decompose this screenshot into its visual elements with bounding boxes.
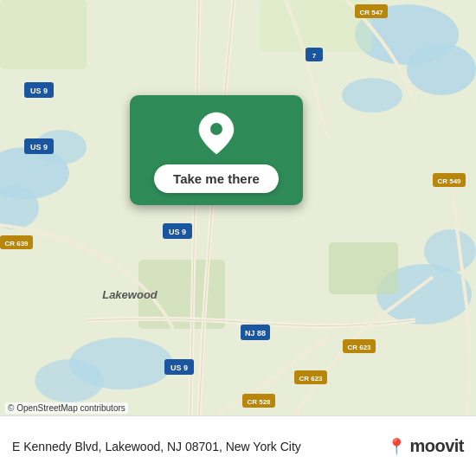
- osm-attribution: © OpenStreetMap contributors: [5, 402, 128, 414]
- svg-text:CR 549: CR 549: [437, 177, 461, 185]
- svg-point-10: [35, 359, 104, 402]
- svg-text:CR 639: CR 639: [4, 240, 29, 248]
- svg-text:CR 623: CR 623: [299, 375, 323, 383]
- svg-rect-11: [329, 242, 398, 294]
- svg-rect-13: [0, 0, 87, 69]
- moovit-brand: moovit: [409, 436, 464, 456]
- svg-point-2: [407, 43, 476, 95]
- svg-point-3: [342, 78, 402, 113]
- svg-text:CR 528: CR 528: [247, 398, 271, 406]
- svg-point-8: [424, 229, 476, 273]
- svg-text:7: 7: [312, 52, 317, 60]
- map-svg: US 9 US 9 US 9 US 9 NJ 88 CR 639 CR 547 …: [0, 0, 476, 415]
- take-me-there-button[interactable]: Take me there: [154, 164, 279, 193]
- svg-text:CR 547: CR 547: [359, 9, 383, 16]
- svg-text:US 9: US 9: [30, 87, 48, 95]
- svg-point-42: [210, 123, 222, 135]
- map-view: US 9 US 9 US 9 US 9 NJ 88 CR 639 CR 547 …: [0, 0, 476, 415]
- map-pin-icon: [197, 111, 235, 156]
- svg-text:CR 623: CR 623: [347, 344, 371, 351]
- svg-text:NJ 88: NJ 88: [245, 329, 266, 338]
- moovit-logo: 📍 moovit: [387, 436, 464, 456]
- svg-text:Lakewood: Lakewood: [102, 288, 158, 301]
- footer-bar: E Kennedy Blvd, Lakewood, NJ 08701, New …: [0, 415, 476, 476]
- svg-text:US 9: US 9: [169, 228, 186, 236]
- location-card: Take me there: [130, 95, 303, 205]
- footer-address: E Kennedy Blvd, Lakewood, NJ 08701, New …: [12, 440, 387, 453]
- moovit-pin-icon: 📍: [387, 437, 406, 456]
- svg-text:US 9: US 9: [170, 363, 188, 372]
- svg-text:US 9: US 9: [30, 143, 48, 151]
